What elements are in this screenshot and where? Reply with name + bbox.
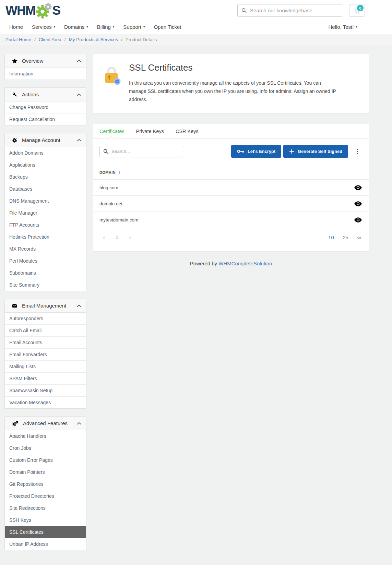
page-number[interactable]: 1 bbox=[116, 235, 118, 240]
sidebar-item-file-manager[interactable]: File Manager bbox=[5, 207, 86, 219]
tab-csr-keys[interactable]: CSR Keys bbox=[170, 124, 204, 139]
sidebar-item-information[interactable]: Information bbox=[5, 68, 86, 80]
sidebar-item-mx-records[interactable]: MX Records bbox=[5, 243, 86, 255]
tab-certificates[interactable]: Certificates bbox=[94, 124, 130, 139]
sidebar-item-applications[interactable]: Applications bbox=[5, 159, 86, 171]
page-size-10[interactable]: 10 bbox=[328, 235, 334, 240]
breadcrumb-client-area[interactable]: Client Area bbox=[39, 37, 61, 42]
next-page-button[interactable]: › bbox=[129, 235, 131, 240]
main-content: SSL Certificates In this area you can co… bbox=[93, 54, 369, 266]
breadcrumb-separator: / bbox=[121, 37, 122, 42]
sidebar-item-addon-domains[interactable]: Addon Domains bbox=[5, 147, 86, 159]
panel-header-advanced-features[interactable]: Advanced Features bbox=[5, 417, 86, 430]
logo-text-s: S bbox=[52, 3, 60, 18]
sidebar-item-hotlinks-protection[interactable]: Hotlinks Protection bbox=[5, 231, 86, 243]
table-row: blog.com bbox=[93, 179, 369, 195]
panel-header-overview[interactable]: Overview bbox=[5, 54, 86, 68]
sort-asc-icon[interactable]: ↑ bbox=[118, 170, 121, 175]
sidebar-item-ftp-accounts[interactable]: FTP Accounts bbox=[5, 219, 86, 231]
sidebar-panel-overview: Overview Information bbox=[4, 54, 86, 80]
table-header-row: DOMAIN ↑ bbox=[93, 164, 369, 179]
lets-encrypt-button[interactable]: Let's Encrypt bbox=[231, 145, 281, 158]
sidebar-item-change-password[interactable]: Change Password bbox=[5, 101, 86, 113]
page-title: SSL Certificates bbox=[129, 62, 339, 73]
generate-self-signed-button[interactable]: Generate Self Signed bbox=[283, 145, 348, 158]
prev-page-button[interactable]: ‹ bbox=[103, 235, 105, 240]
eye-icon bbox=[354, 201, 362, 206]
tab-private-keys[interactable]: Private Keys bbox=[130, 124, 170, 139]
sidebar-item-autoresponders[interactable]: Autoresponders bbox=[5, 313, 86, 324]
breadcrumb-separator: / bbox=[34, 37, 36, 42]
nav-support[interactable]: Support▾ bbox=[119, 21, 149, 33]
view-certificate-button[interactable] bbox=[352, 185, 365, 190]
table-row: domain.net bbox=[93, 195, 369, 212]
logo-gear-icon bbox=[36, 3, 52, 19]
wrench-icon bbox=[12, 92, 17, 97]
sidebar-item-ssh-keys[interactable]: SSH Keys bbox=[5, 514, 86, 526]
breadcrumb: Portal Home / Client Area / My Products … bbox=[0, 34, 392, 45]
view-certificate-button[interactable] bbox=[352, 217, 365, 223]
breadcrumb-portal-home[interactable]: Portal Home bbox=[5, 37, 31, 42]
view-certificate-button[interactable] bbox=[352, 201, 365, 206]
panel-title: Overview bbox=[22, 58, 44, 64]
sidebar-item-custom-error-pages[interactable]: Custom Error Pages bbox=[5, 454, 86, 466]
sidebar-item-domain-pointers[interactable]: Domain Pointers bbox=[5, 466, 86, 478]
column-domain[interactable]: DOMAIN bbox=[99, 170, 116, 175]
sidebar-item-backups[interactable]: Backups bbox=[5, 171, 86, 183]
knowledgebase-search-input[interactable] bbox=[250, 8, 338, 13]
sidebar-item-email-forwarders[interactable]: Email Forwarders bbox=[5, 348, 86, 360]
footer: Powered by WHMCompleteSolution bbox=[93, 261, 369, 266]
breadcrumb-my-products[interactable]: My Products & Services bbox=[69, 37, 118, 42]
whmcs-logo[interactable]: WHM S bbox=[5, 3, 60, 19]
sidebar-item-spam-filters[interactable]: SPAM Filters bbox=[5, 372, 86, 384]
whmcompletesolution-link[interactable]: WHMCompleteSolution bbox=[218, 261, 272, 266]
sidebar-item-databases[interactable]: Databases bbox=[5, 183, 86, 195]
table-row: mytestdomain.com bbox=[93, 212, 369, 228]
chevron-up-icon[interactable] bbox=[77, 60, 81, 62]
panel-header-actions[interactable]: Actions bbox=[5, 88, 86, 101]
sidebar-item-ssl-certificates[interactable]: SSL Certificates bbox=[5, 526, 86, 538]
chevron-up-icon[interactable] bbox=[77, 93, 81, 96]
sidebar-item-unban-ip-address[interactable]: Unban IP Address bbox=[5, 538, 86, 550]
sidebar-item-email-accounts[interactable]: Email Accounts bbox=[5, 336, 86, 348]
nav-services[interactable]: Services▾ bbox=[27, 21, 60, 33]
knowledgebase-search bbox=[237, 4, 342, 17]
chevron-up-icon[interactable] bbox=[77, 139, 81, 142]
more-options-button[interactable]: ⋮ bbox=[350, 148, 363, 154]
sidebar-item-site-summary[interactable]: Site Summary bbox=[5, 279, 86, 291]
panel-header-email-management[interactable]: Email Management bbox=[5, 299, 86, 313]
panel-header-manage-account[interactable]: Manage Account bbox=[5, 133, 86, 147]
plus-icon bbox=[289, 149, 294, 154]
sidebar-item-dns-management[interactable]: DNS Management bbox=[5, 195, 86, 207]
caret-down-icon: ▾ bbox=[113, 25, 115, 28]
nav-open-ticket[interactable]: Open Ticket bbox=[149, 21, 186, 33]
page-size-all[interactable]: ∞ bbox=[357, 235, 361, 241]
tab-bar: Certificates Private Keys CSR Keys bbox=[93, 124, 369, 139]
nav-domains[interactable]: Domains▾ bbox=[60, 21, 93, 33]
nav-billing[interactable]: Billing▾ bbox=[93, 21, 119, 33]
chevron-up-icon[interactable] bbox=[77, 422, 81, 425]
panel-title: Actions bbox=[22, 92, 39, 97]
eye-icon bbox=[354, 217, 362, 223]
sidebar-item-site-redirections[interactable]: Site Redirections bbox=[5, 502, 86, 514]
sidebar-item-spamassasin-setup[interactable]: SpamAssasin Setup bbox=[5, 384, 86, 396]
sidebar-item-vacation-messages[interactable]: Vacation Messages bbox=[5, 396, 86, 408]
nav-home[interactable]: Home bbox=[5, 21, 27, 33]
sidebar-item-perl-modules[interactable]: Perl Modules bbox=[5, 255, 86, 267]
breadcrumb-current: Product Details bbox=[126, 37, 157, 42]
sidebar-item-protected-directories[interactable]: Protected Directories bbox=[5, 490, 86, 502]
page-description: In this area you can conveniently manage… bbox=[129, 79, 339, 104]
table-search-input[interactable] bbox=[111, 149, 180, 154]
page-size-25[interactable]: 25 bbox=[343, 235, 348, 240]
sidebar-item-request-cancellation[interactable]: Request Cancellation bbox=[5, 113, 86, 125]
sidebar-item-apache-handlers[interactable]: Apache Handlers bbox=[5, 430, 86, 442]
sidebar-item-cron-jobs[interactable]: Cron Jobs bbox=[5, 442, 86, 454]
account-menu[interactable]: Hello, Test!▾ bbox=[324, 21, 362, 33]
sidebar-item-mailing-lists[interactable]: Mailing Lists bbox=[5, 360, 86, 372]
cart-button[interactable]: 0 bbox=[349, 4, 365, 17]
sidebar-item-catch-all-email[interactable]: Catch All Email bbox=[5, 324, 86, 336]
chevron-up-icon[interactable] bbox=[77, 304, 81, 307]
eye-icon bbox=[354, 185, 362, 190]
sidebar-item-git-repositories[interactable]: Git Repositories bbox=[5, 478, 86, 490]
sidebar-item-subdomains[interactable]: Subdomains bbox=[5, 267, 86, 279]
